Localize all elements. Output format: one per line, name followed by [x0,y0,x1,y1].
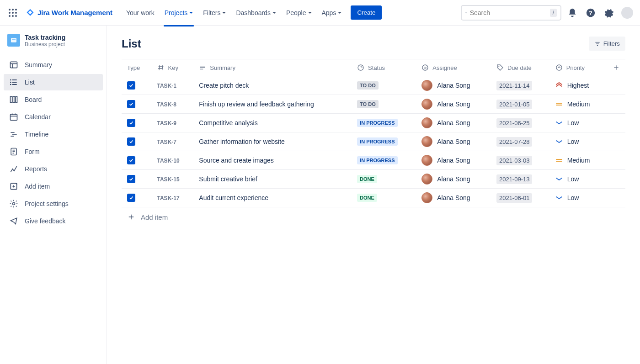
priority-cell[interactable]: Low [555,175,602,183]
issue-key[interactable]: TASK-17 [157,195,180,201]
issue-key[interactable]: TASK-8 [157,101,176,108]
issue-summary[interactable]: Finish up review and feedback gathering [193,95,352,114]
sidebar-item-label: Reports [25,165,47,173]
task-type-icon [127,156,135,164]
issue-key[interactable]: TASK-15 [157,176,180,183]
assignee-cell[interactable]: Alana Song [421,117,485,128]
issue-summary[interactable]: Source and create images [193,151,352,170]
nav-item-projects[interactable]: Projects [160,6,198,19]
svg-rect-14 [12,39,16,39]
sidebar-item-project-settings[interactable]: Project settings [4,195,103,212]
status-lozenge[interactable]: DONE [357,194,377,202]
col-key[interactable]: Key [152,59,194,76]
issue-summary[interactable]: Competitive analysis [193,114,352,132]
nav-item-dashboards[interactable]: Dashboards [231,6,281,19]
status-lozenge[interactable]: IN PROGRESS [357,156,397,164]
priority-cell[interactable]: Low [555,119,602,127]
status-lozenge[interactable]: DONE [357,175,377,183]
sidebar-item-form[interactable]: Form [4,143,103,160]
filters-button[interactable]: Filters [589,37,625,51]
col-type[interactable]: Type [122,59,152,76]
col-summary[interactable]: Summary [193,59,352,76]
project-header[interactable]: Task tracking Business project [4,34,103,54]
col-assignee[interactable]: @Assignee [416,59,491,76]
sidebar-item-calendar[interactable]: Calendar [4,109,103,125]
col-status[interactable]: Status [352,59,416,76]
priority-cell[interactable]: Highest [555,82,602,89]
sidebar-item-list[interactable]: List [4,74,103,90]
task-type-icon [127,119,135,127]
due-date[interactable]: 2021-01-05 [496,100,533,109]
nav-item-label: Projects [165,9,188,16]
notifications-icon[interactable] [565,5,580,20]
sidebar-item-summary[interactable]: Summary [4,57,103,73]
assignee-cell[interactable]: Alana Song [421,192,485,203]
svg-rect-25 [13,96,15,102]
table-row[interactable]: TASK-7Gather information for websiteIN P… [122,132,625,151]
settings-icon[interactable] [602,5,616,20]
status-lozenge[interactable]: IN PROGRESS [357,119,397,127]
assignee-cell[interactable]: Alana Song [421,174,485,185]
assignee-cell[interactable]: Alana Song [421,80,485,91]
nav-item-filters[interactable]: Filters [198,6,230,19]
issue-summary[interactable]: Gather information for website [193,132,352,151]
table-row[interactable]: TASK-1Create pitch deckTO DOAlana Song20… [122,76,625,95]
assignee-cell[interactable]: Alana Song [421,99,485,110]
nav-item-your-work[interactable]: Your work [122,6,159,19]
svg-rect-24 [11,96,12,102]
sidebar-item-give-feedback[interactable]: Give feedback [4,213,103,229]
col-due[interactable]: Due date [491,59,550,76]
status-lozenge[interactable]: TO DO [357,100,379,108]
status-lozenge[interactable]: TO DO [357,81,379,90]
priority-cell[interactable]: Low [555,194,602,201]
issue-summary[interactable]: Create pitch deck [193,76,352,95]
status-lozenge[interactable]: IN PROGRESS [357,137,397,146]
issue-summary[interactable]: Submit creative brief [193,170,352,189]
add-item-row[interactable]: Add item [122,207,625,227]
svg-point-7 [12,15,14,17]
due-date[interactable]: 2021-09-13 [496,174,533,184]
col-priority[interactable]: Priority [550,59,607,76]
help-icon[interactable]: ? [583,5,598,20]
priority-label: Medium [567,157,590,164]
due-date[interactable]: 2021-11-14 [496,81,533,90]
svg-rect-27 [11,114,17,120]
due-date[interactable]: 2021-06-01 [496,193,533,203]
product-logo[interactable]: Jira Work Management [22,8,116,17]
create-button[interactable]: Create [351,5,382,20]
issue-key[interactable]: TASK-7 [157,139,176,145]
nav-item-apps[interactable]: Apps [317,6,347,19]
table-row[interactable]: TASK-15Submit creative briefDONEAlana So… [122,170,625,189]
search-input[interactable] [470,9,550,16]
page-title: List [122,37,141,50]
assignee-avatar [421,155,432,166]
priority-cell[interactable]: Medium [555,157,602,164]
issue-summary[interactable]: Audit current experience [193,189,352,207]
due-date[interactable]: 2021-07-28 [496,137,533,147]
assignee-cell[interactable]: Alana Song [421,136,485,147]
profile-avatar[interactable] [620,5,635,20]
add-column-button[interactable] [607,59,625,76]
issue-key[interactable]: TASK-1 [157,83,176,89]
nav-item-people[interactable]: People [282,6,316,19]
sidebar-item-add-item[interactable]: Add item [4,178,103,195]
table-row[interactable]: TASK-9Competitive analysisIN PROGRESSAla… [122,114,625,132]
sidebar-item-reports[interactable]: Reports [4,161,103,177]
assignee-cell[interactable]: Alana Song [421,155,485,166]
sidebar-item-board[interactable]: Board [4,91,103,108]
priority-cell[interactable]: Low [555,138,602,145]
table-row[interactable]: TASK-8Finish up review and feedback gath… [122,95,625,114]
timeline-icon [9,130,18,139]
table-row[interactable]: TASK-17Audit current experienceDONEAlana… [122,189,625,207]
issue-key[interactable]: TASK-9 [157,120,176,127]
app-switcher-icon[interactable] [5,5,20,20]
sidebar-item-timeline[interactable]: Timeline [4,126,103,142]
search-box[interactable]: / [461,5,561,21]
due-date[interactable]: 2021-06-25 [496,118,533,128]
svg-point-23 [10,84,11,85]
issue-key[interactable]: TASK-10 [157,158,180,164]
due-date[interactable]: 2021-03-03 [496,156,533,165]
priority-cell[interactable]: Medium [555,100,602,108]
table-row[interactable]: TASK-10Source and create imagesIN PROGRE… [122,151,625,170]
assignee-avatar [421,174,432,185]
